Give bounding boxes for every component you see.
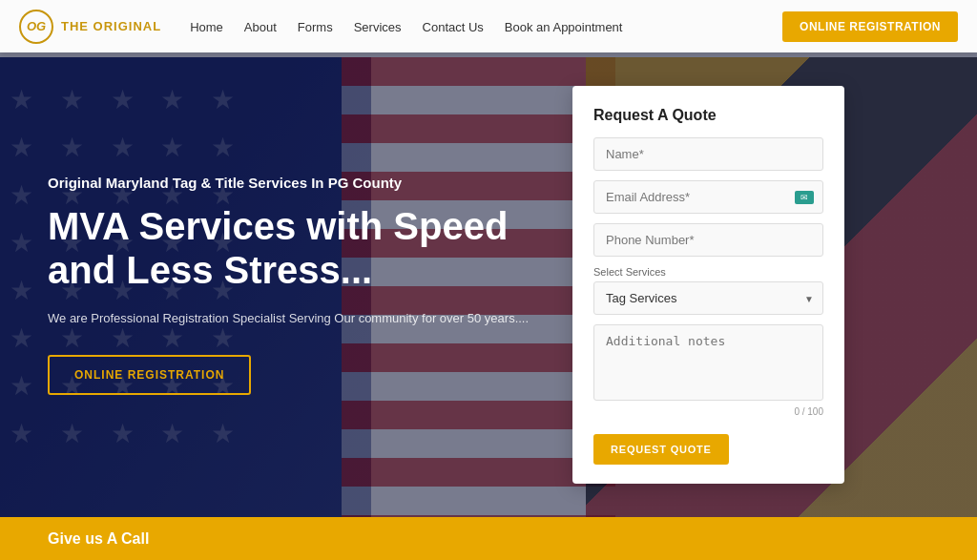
nav-item-contact[interactable]: Contact Us — [423, 18, 484, 35]
notes-textarea[interactable] — [593, 324, 823, 401]
nav-online-registration-button[interactable]: ONLINE REGISTRATION — [782, 11, 958, 42]
name-field-group — [593, 137, 823, 171]
phone-field-group — [593, 223, 823, 257]
navbar: OG ThE ORIGinal Home About Forms Service… — [0, 0, 977, 52]
services-select[interactable]: Tag Services Title Services Registration… — [593, 281, 823, 315]
nav-item-about[interactable]: About — [244, 18, 277, 35]
nav-link-contact[interactable]: Contact Us — [423, 20, 484, 34]
hero-content: Original Maryland Tag & Title Services I… — [48, 175, 544, 395]
give-us-a-call-text: Give us A Call — [48, 530, 149, 548]
name-input[interactable] — [593, 137, 823, 171]
phone-input[interactable] — [593, 223, 823, 257]
hero-description: We are Professional Registration Special… — [48, 309, 544, 328]
quote-form: Request A Quote ✉ Select Services Tag Se… — [572, 86, 844, 484]
services-select-group: Select Services Tag Services Title Servi… — [593, 266, 823, 315]
brand-name: ThE ORIGinal — [61, 19, 161, 34]
nav-link-forms[interactable]: Forms — [298, 20, 333, 34]
logo-icon: OG — [19, 10, 53, 44]
logo-area: OG ThE ORIGinal — [19, 10, 161, 44]
services-label: Select Services — [593, 266, 823, 278]
request-quote-button[interactable]: REQUEST QUOTE — [593, 434, 729, 465]
logo-letters: OG — [27, 19, 46, 33]
services-select-wrapper: Tag Services Title Services Registration… — [593, 281, 823, 315]
quote-form-title: Request A Quote — [593, 107, 823, 124]
nav-item-services[interactable]: Services — [354, 18, 402, 35]
nav-links: Home About Forms Services Contact Us Boo… — [190, 18, 782, 35]
nav-link-home[interactable]: Home — [190, 20, 223, 34]
email-input[interactable] — [593, 180, 823, 214]
email-icon: ✉ — [795, 191, 814, 204]
bottom-bar: Give us A Call — [0, 517, 977, 560]
hero-online-registration-button[interactable]: ONLINE REGISTRATION — [48, 355, 251, 395]
hero-subtitle: Original Maryland Tag & Title Services I… — [48, 175, 544, 191]
nav-link-services[interactable]: Services — [354, 20, 402, 34]
nav-link-about[interactable]: About — [244, 20, 277, 34]
hero-section: Original Maryland Tag & Title Services I… — [0, 52, 977, 517]
hero-title: MVA Services with Speed and Less Stress.… — [48, 204, 544, 292]
nav-item-home[interactable]: Home — [190, 18, 223, 35]
nav-link-book[interactable]: Book an Appointment — [505, 20, 623, 34]
notes-field-group: 0 / 100 — [593, 324, 823, 417]
nav-item-book[interactable]: Book an Appointment — [505, 18, 623, 35]
char-count: 0 / 100 — [593, 406, 823, 417]
nav-item-forms[interactable]: Forms — [298, 18, 333, 35]
email-field-group: ✉ — [593, 180, 823, 214]
